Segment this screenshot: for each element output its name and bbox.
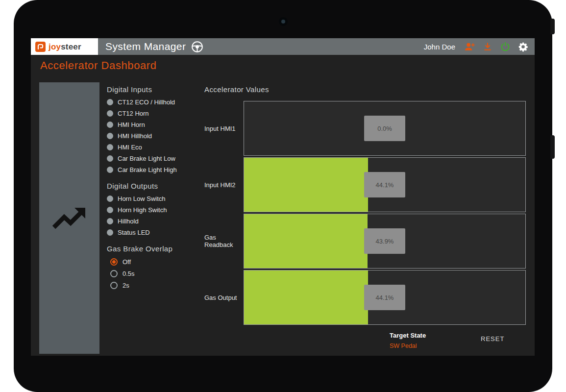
device-volume-button[interactable] [550,135,555,159]
led-dot-icon [107,133,113,139]
bar-track: 0.0% [244,101,526,156]
screen: joysteer System Manager John Doe [31,38,535,356]
radio-icon [110,258,118,266]
indicator-label: Horn Low Switch [118,195,166,202]
bar-track: 44.1% [244,157,526,212]
indicator-label: CT12 ECO / Hillhold [118,98,175,106]
led-dot-icon [107,144,113,150]
indicator-label: Car Brake Light Low [118,155,175,162]
target-state-value: SW Pedal [390,343,426,349]
bar-label: Gas Readback [204,214,244,269]
joysteer-logo-icon [35,42,46,52]
bar-value-chip: 43.9% [364,228,405,254]
indicator-label: Status LED [118,229,150,236]
bar-value-chip: 44.1% [364,285,405,310]
power-icon[interactable] [500,41,511,52]
bar-track: 44.1% [244,270,526,325]
indicator-label: Horn High Switch [118,206,167,214]
bar-fill [244,158,368,212]
radio-label: Off [123,258,131,266]
accelerator-values-title: Accelerator Values [204,85,526,94]
joysteer-logo-text: joysteer [49,43,81,51]
led-dot-icon [107,218,113,224]
sidebar-nav-panel[interactable] [39,82,99,354]
bar-value-chip: 44.1% [364,172,405,197]
add-user-icon[interactable] [464,41,475,52]
indicator-label: Car Brake Light High [118,166,177,173]
bar-label: Input HMI2 [204,157,244,212]
indicator-label: HMI Eco [118,144,142,151]
led-dot-icon [107,155,113,162]
led-dot-icon [107,110,113,117]
radio-label: 0.5s [123,270,135,277]
value-bars: Input HMI1 0.0% Input HMI2 44.1% Gas Rea… [204,101,526,326]
led-dot-icon [107,196,113,202]
reset-button[interactable]: RESET [477,333,508,344]
trending-up-chart-icon [51,204,88,232]
bar-fill [244,214,368,268]
download-icon[interactable] [483,42,492,51]
indicator-label: CT12 Horn [118,110,149,117]
bar-label: Gas Output [204,270,244,325]
indicator-label: Hillhold [118,218,139,225]
app-title: System Manager [105,41,186,52]
page-title: Accelerator Dashboard [40,59,157,72]
bar-value-chip: 0.0% [364,116,405,141]
bar-label: Input HMI1 [204,101,244,156]
target-state-label: Target State [390,332,426,339]
accelerator-values-section: Accelerator Values Input HMI1 0.0% Input… [204,85,526,356]
led-dot-icon [107,99,113,105]
app-bar-main: System Manager John Doe [98,38,535,55]
bar-track: 43.9% [244,214,526,269]
radio-icon [110,270,118,277]
steering-wheel-icon [191,40,204,53]
value-bar-row: Gas Output 44.1% [204,270,526,325]
dashboard-content: Accelerator Dashboard Digital Inputs CT1… [31,55,535,356]
led-dot-icon [107,167,113,173]
camera-dot [279,17,288,26]
value-bar-row: Input HMI1 0.0% [204,101,526,156]
value-bar-row: Gas Readback 43.9% [204,214,526,269]
joysteer-logo: joysteer [31,38,98,55]
settings-gear-icon[interactable] [518,42,528,52]
radio-icon [110,282,118,289]
value-bar-row: Input HMI2 44.1% [204,157,526,212]
tablet-frame: joysteer System Manager John Doe [14,0,552,392]
target-state: Target State SW Pedal [390,332,426,349]
led-dot-icon [107,207,113,213]
app-bar: joysteer System Manager John Doe [31,38,535,55]
app-bar-actions: John Doe [424,41,528,52]
radio-label: 2s [123,282,129,289]
led-dot-icon [107,122,113,128]
user-name: John Doe [424,43,455,51]
indicator-label: HMI Horn [118,121,145,128]
led-dot-icon [107,229,113,236]
bar-fill [244,270,368,324]
indicator-label: HMI Hillhold [118,132,152,140]
device-power-button[interactable] [550,19,555,34]
